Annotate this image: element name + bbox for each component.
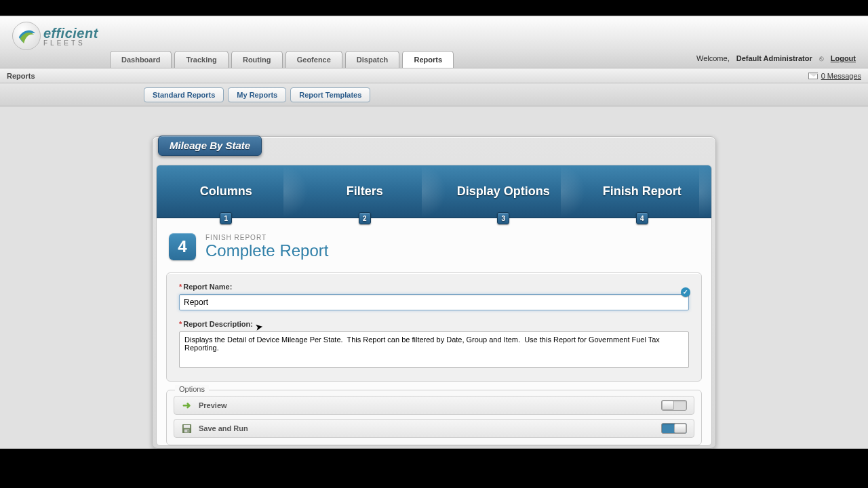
- wizard-step-filters[interactable]: Filters 2: [296, 165, 435, 218]
- tab-dashboard[interactable]: Dashboard: [110, 51, 172, 68]
- welcome-area: Welcome, Default Administrator ⎋ Logout: [696, 54, 856, 62]
- tab-geofence[interactable]: Geofence: [285, 51, 342, 68]
- option-preview: ➜ Preview: [174, 396, 694, 415]
- brand-text: efficient FLEETS: [43, 26, 98, 47]
- wizard-step-columns[interactable]: Columns 1: [157, 165, 296, 218]
- step-heading: 4 FINISH REPORT Complete Report: [157, 218, 711, 268]
- subtab-standard-reports[interactable]: Standard Reports: [144, 87, 224, 102]
- tab-reports[interactable]: Reports: [402, 51, 454, 68]
- report-name-input[interactable]: [179, 294, 689, 310]
- tab-dispatch[interactable]: Dispatch: [345, 51, 399, 68]
- required-marker: *: [179, 283, 182, 291]
- wizard-steps: Columns 1 Filters 2 Display Options 3 Fi…: [157, 165, 711, 218]
- valid-check-icon: ✓: [681, 287, 690, 297]
- messages-count: 0 Messages: [821, 72, 861, 80]
- app-window: efficient FLEETS Dashboard Tracking Rout…: [0, 16, 868, 449]
- tab-tracking[interactable]: Tracking: [174, 51, 228, 68]
- logout-icon: ⎋: [819, 54, 824, 62]
- required-marker: *: [179, 320, 182, 328]
- options-legend: Options: [175, 385, 209, 393]
- svg-rect-1: [183, 424, 189, 428]
- step-eyebrow: FINISH REPORT: [205, 234, 328, 241]
- wizard-step-display-options[interactable]: Display Options 3: [434, 165, 573, 218]
- brand-logo: efficient FLEETS: [12, 22, 98, 50]
- mail-icon: [808, 73, 818, 79]
- welcome-prefix: Welcome,: [696, 54, 730, 62]
- wizard-step-label: Columns: [200, 184, 252, 199]
- panel-title: Mileage By State: [158, 136, 262, 156]
- svg-rect-3: [187, 430, 189, 432]
- report-description-input[interactable]: Displays the Detail of Device Mileage Pe…: [179, 331, 689, 368]
- arrow-right-icon: ➜: [181, 400, 192, 411]
- wizard-step-finish-report[interactable]: Finish Report 4: [573, 165, 712, 218]
- wizard-step-number-1: 1: [220, 212, 232, 224]
- wizard-step-label: Finish Report: [603, 184, 682, 199]
- logout-link[interactable]: Logout: [831, 54, 856, 62]
- report-form: *Report Name: ✓ *Report Description: Dis…: [166, 272, 702, 382]
- sub-tab-bar: Standard Reports My Reports Report Templ…: [0, 83, 868, 106]
- subtab-report-templates[interactable]: Report Templates: [290, 87, 370, 102]
- wizard-step-number-2: 2: [359, 212, 371, 224]
- content-area: Mileage By State Columns 1 Filters 2 Dis…: [0, 106, 868, 449]
- option-preview-label: Preview: [199, 401, 227, 409]
- panel-body: Columns 1 Filters 2 Display Options 3 Fi…: [156, 165, 712, 446]
- report-panel: Mileage By State Columns 1 Filters 2 Dis…: [152, 136, 716, 449]
- wizard-step-label: Filters: [347, 184, 383, 199]
- subtab-my-reports[interactable]: My Reports: [228, 87, 286, 102]
- save-run-toggle[interactable]: [661, 423, 687, 434]
- preview-toggle[interactable]: [661, 400, 687, 411]
- tab-routing[interactable]: Routing: [231, 51, 283, 68]
- messages-link[interactable]: 0 Messages: [808, 72, 861, 80]
- wizard-step-number-4: 4: [636, 212, 648, 224]
- step-title: Complete Report: [205, 241, 328, 260]
- breadcrumb: Reports: [7, 72, 35, 80]
- app-header: efficient FLEETS Dashboard Tracking Rout…: [0, 16, 868, 68]
- option-save-and-run: Save and Run: [174, 419, 694, 438]
- step-number-badge: 4: [169, 233, 196, 260]
- options-fieldset: Options ➜ Preview Save and Run: [166, 390, 702, 445]
- wizard-step-number-3: 3: [497, 212, 509, 224]
- welcome-username: Default Administrator: [736, 54, 812, 62]
- option-save-run-label: Save and Run: [199, 424, 248, 432]
- logo-mark-icon: [12, 22, 41, 50]
- report-description-label: *Report Description:: [179, 320, 689, 328]
- main-tabs: Dashboard Tracking Routing Geofence Disp…: [110, 51, 454, 68]
- wizard-step-label: Display Options: [457, 184, 550, 199]
- report-name-label: *Report Name:: [179, 283, 689, 291]
- save-icon: [181, 423, 192, 434]
- breadcrumb-bar: Reports 0 Messages: [0, 68, 868, 83]
